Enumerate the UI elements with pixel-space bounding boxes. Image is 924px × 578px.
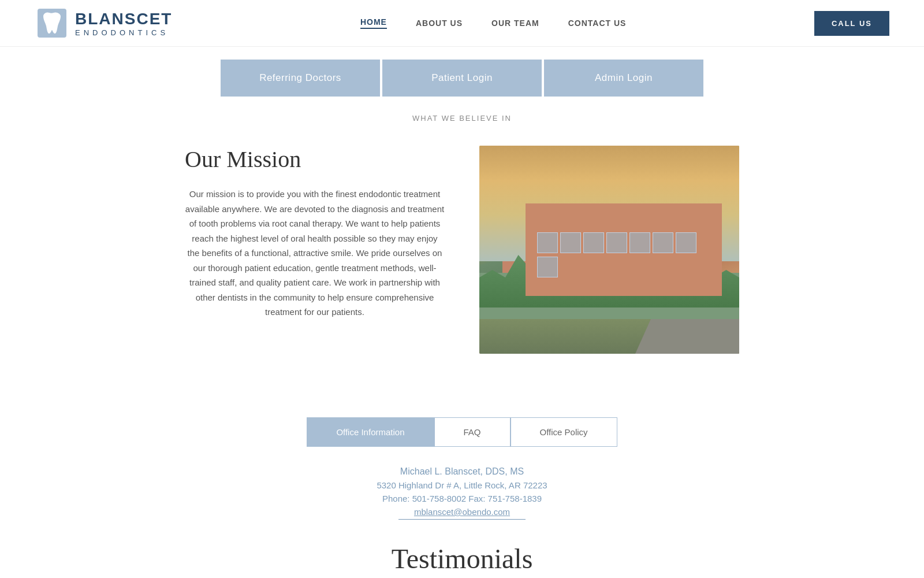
mission-image — [479, 146, 739, 354]
office-address: 5320 Highland Dr # A, Little Rock, AR 72… — [0, 480, 924, 490]
mission-body: Our mission is to provide you with the f… — [185, 187, 445, 320]
building-windows — [531, 227, 716, 284]
mission-section: Our Mission Our mission is to provide yo… — [116, 128, 808, 388]
main-nav: HOME ABOUT US OUR TEAM CONTACT US — [360, 17, 627, 29]
nav-contact[interactable]: CONTACT US — [568, 18, 627, 28]
logo[interactable]: BLANSCET ENDODONTICS — [35, 6, 172, 40]
window — [629, 232, 650, 253]
office-info-tab[interactable]: Office Information — [307, 417, 434, 447]
window — [583, 232, 604, 253]
believe-label: WHAT WE BELIEVE IN — [0, 103, 924, 128]
call-us-button[interactable]: CALL US — [814, 11, 889, 36]
button-bar: Referring Doctors Patient Login Admin Lo… — [0, 47, 924, 103]
admin-login-button[interactable]: Admin Login — [543, 58, 705, 98]
office-policy-tab[interactable]: Office Policy — [511, 417, 617, 447]
doctor-name: Michael L. Blanscet, DDS, MS — [0, 466, 924, 477]
faq-tab[interactable]: FAQ — [434, 417, 511, 447]
window — [537, 232, 558, 253]
office-email[interactable]: mblanscet@obendo.com — [0, 507, 924, 517]
window — [653, 232, 673, 253]
testimonials-title: Testimonials — [0, 525, 924, 578]
window — [537, 257, 558, 277]
logo-sub: ENDODONTICS — [75, 28, 172, 37]
office-info: Michael L. Blanscet, DDS, MS 5320 Highla… — [0, 453, 924, 525]
header: BLANSCET ENDODONTICS HOME ABOUT US OUR T… — [0, 0, 924, 47]
logo-icon — [35, 6, 69, 40]
window — [676, 232, 696, 253]
window — [606, 232, 627, 253]
logo-brand: BLANSCET — [75, 10, 172, 28]
footer-tabs: Office Information FAQ Office Policy — [0, 412, 924, 453]
window — [560, 232, 581, 253]
nav-home[interactable]: HOME — [360, 17, 387, 29]
nav-team[interactable]: OUR TEAM — [491, 18, 539, 28]
office-photo — [479, 146, 739, 354]
nav-about[interactable]: ABOUT US — [416, 18, 463, 28]
referring-doctors-button[interactable]: Referring Doctors — [219, 58, 381, 98]
mission-title: Our Mission — [185, 146, 445, 173]
logo-text: BLANSCET ENDODONTICS — [75, 10, 172, 37]
email-underline — [398, 519, 526, 520]
office-phone-fax: Phone: 501-758-8002 Fax: 751-758-1839 — [0, 494, 924, 503]
patient-login-button[interactable]: Patient Login — [381, 58, 543, 98]
mission-text: Our Mission Our mission is to provide yo… — [185, 146, 445, 320]
